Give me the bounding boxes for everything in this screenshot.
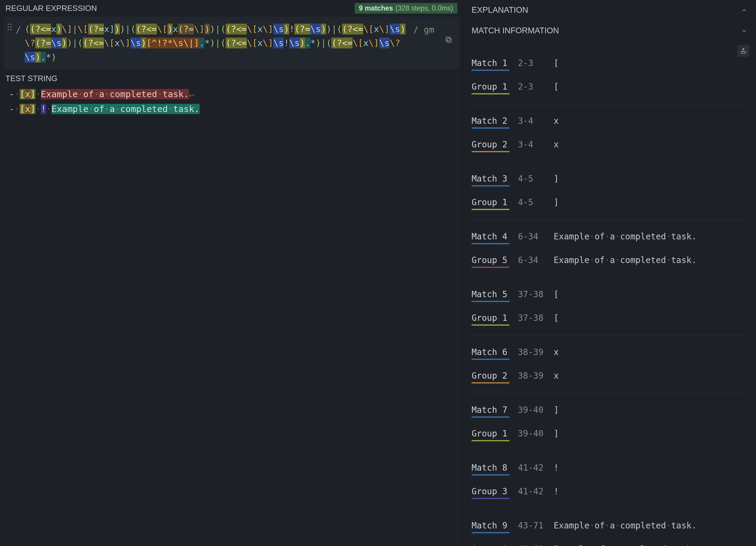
test-string-input[interactable]: -·[x]·Example·of·a·completed·task.↵-·[x]… [4,85,459,546]
match-block: Match 46-34Example·of·a·completed·task.G… [472,220,748,278]
match-row[interactable]: Match 537-38[ [472,284,748,307]
match-label[interactable]: Group 2 [472,140,509,152]
match-range: 4-5 [518,174,545,184]
match-label[interactable]: Match 4 [472,232,509,244]
match-label[interactable]: Group 1 [472,313,509,326]
regex-editor: / ((?<=x)\]|\[(?=x]))|((?<=\[)x(?=\]))|(… [4,17,459,70]
match-label[interactable]: Group 2 [472,371,509,383]
match-label[interactable]: Group 5 [472,255,509,268]
match-row[interactable]: Group 12-3[ [472,76,748,100]
match-label[interactable]: Match 2 [472,116,509,129]
regex-flags[interactable]: gm [424,25,434,35]
match-text: x [554,140,559,150]
match-label[interactable]: Match 7 [472,405,509,418]
match-range: 3-4 [518,140,545,150]
match-text: Example·of·a·completed·task. [554,521,697,531]
match-block: Match 23-4xGroup 23-4x [472,104,748,162]
match-block: Match 841-42!Group 341-42! [472,451,748,509]
match-row[interactable]: Match 943-71Example·of·a·completed·task. [472,515,748,539]
match-text: [ [554,82,559,92]
match-text: ] [554,174,559,184]
match-row[interactable]: Match 46-34Example·of·a·completed·task. [472,226,748,250]
teststring-header-label: TEST STRING [5,74,57,83]
match-row[interactable]: Group 139-40] [472,423,748,447]
export-icon [740,48,747,54]
match-label[interactable]: Group 6 [472,544,509,546]
match-text: Example·of·a·completed·task. [554,232,697,242]
matches-stats: (328 steps, 0.0ms) [396,4,453,12]
match-row[interactable]: Group 23-4x [472,134,748,158]
match-row[interactable]: Group 56-34Example·of·a·completed·task. [472,250,748,273]
match-row[interactable]: Group 238-39x [472,365,748,389]
matchinfo-header-label: MATCH INFORMATION [472,26,559,35]
svg-rect-6 [447,38,451,42]
match-block: Match 739-40]Group 139-40] [472,393,748,451]
match-text: x [554,116,559,126]
svg-point-0 [8,24,9,25]
match-range: 39-40 [518,428,545,438]
left-pane: REGULAR EXPRESSION 9 matches (328 steps,… [0,0,463,546]
match-range: 43-71 [518,544,545,546]
match-label[interactable]: Match 6 [472,347,509,360]
teststring-section-header: TEST STRING [0,73,463,85]
match-row[interactable]: Match 739-40] [472,399,748,423]
match-text: ] [554,405,559,415]
match-row[interactable]: Match 34-5] [472,168,748,192]
match-text: [ [554,289,559,299]
match-range: 41-42 [518,463,545,473]
match-range: 3-4 [518,116,545,126]
match-label[interactable]: Group 3 [472,486,509,499]
regex-drag-handle[interactable] [4,17,16,70]
match-row[interactable]: Group 14-5] [472,192,748,216]
match-text: ] [554,428,559,438]
match-label[interactable]: Match 1 [472,58,509,71]
match-row[interactable]: Match 23-4x [472,111,748,134]
export-matches-button[interactable] [737,45,749,57]
match-label[interactable]: Group 1 [472,428,509,441]
match-text: [ [554,58,559,68]
match-range: 43-71 [518,521,545,531]
match-range: 39-40 [518,405,545,415]
match-range: 2-3 [518,82,545,92]
match-row[interactable]: Match 638-39x [472,342,748,365]
match-text: x [554,371,559,381]
match-row[interactable]: Group 341-42! [472,481,748,505]
match-block: Match 537-38[Group 137-38[ [472,278,748,336]
regex-close-delimiter[interactable]: / gm [413,22,434,37]
chevron-up-icon [741,7,748,14]
match-block: Match 943-71Example·of·a·completed·task.… [472,509,748,546]
match-row[interactable]: Group 137-38[ [472,307,748,331]
match-label[interactable]: Group 1 [472,82,509,94]
drag-handle-icon [7,23,12,31]
match-row[interactable]: Group 643-71Example·of·a·completed·task. [472,539,748,546]
test-line: -·[x]·!·Example·of·a·completed·task. [9,102,454,117]
svg-point-3 [10,26,12,28]
match-row[interactable]: Match 841-42! [472,457,748,481]
match-range: 37-38 [518,289,545,299]
explanation-panel-header[interactable]: EXPLANATION [463,0,756,21]
matches-badge[interactable]: 9 matches (328 steps, 0.0ms) [355,3,457,14]
match-block: Match 34-5]Group 14-5] [472,162,748,220]
svg-point-5 [10,29,12,31]
copy-regex-button[interactable] [443,34,454,45]
match-label[interactable]: Match 3 [472,174,509,187]
match-label[interactable]: Match 9 [472,521,509,533]
match-range: 41-42 [518,486,545,496]
match-label[interactable]: Match 8 [472,463,509,475]
match-range: 4-5 [518,197,545,207]
copy-icon [445,36,453,44]
match-info-body: Match 12-3[Group 12-3[Match 23-4xGroup 2… [463,41,756,546]
match-label[interactable]: Group 1 [472,197,509,210]
match-row[interactable]: Match 12-3[ [472,53,748,76]
match-text: x [554,347,559,357]
chevron-down-icon [741,28,748,34]
match-label[interactable]: Match 5 [472,289,509,302]
matchinfo-panel-header[interactable]: MATCH INFORMATION [463,21,756,41]
matches-count: 9 matches [359,4,393,12]
explanation-header-label: EXPLANATION [472,5,528,15]
match-range: 38-39 [518,371,545,381]
regex-input[interactable]: ((?<=x)\]|\[(?=x]))|((?<=\[)x(?=\]))|((?… [25,22,409,64]
match-text: ] [554,197,559,207]
test-line: -·[x]·Example·of·a·completed·task.↵ [9,87,454,102]
match-range: 6-34 [518,232,545,242]
